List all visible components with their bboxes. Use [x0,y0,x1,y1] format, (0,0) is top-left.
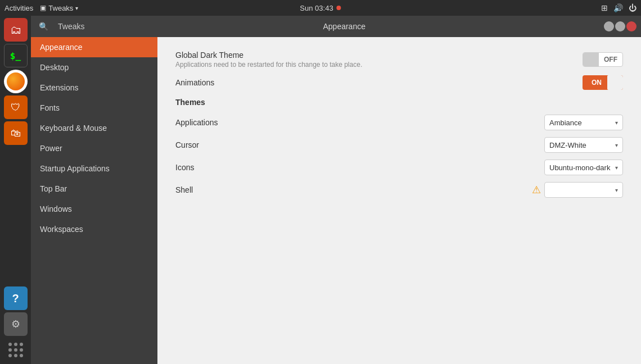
close-button[interactable]: ✕ [626,21,637,31]
maximize-button[interactable]: □ [615,21,625,31]
cursor-label: Cursor [175,140,199,149]
sidebar: Appearance Desktop Extensions Fonts Keyb… [31,37,157,364]
global-dark-theme-row: Global Dark Theme Applications need to b… [175,51,623,69]
global-dark-theme-label: Global Dark Theme [175,51,362,60]
dock-item-files[interactable]: 🗂 [4,18,28,42]
dock-item-updater[interactable]: 🛡 [4,95,28,119]
toggle-on-track [607,75,623,90]
sidebar-item-fonts[interactable]: Fonts [31,98,157,118]
system-time: Sun 03:43 [300,4,341,12]
sidebar-item-label: Fonts [40,103,60,112]
animations-toggle[interactable]: ON [583,75,623,90]
show-apps-button[interactable] [4,338,28,362]
applications-label: Applications [175,118,218,127]
sidebar-item-label: Appearance [40,43,83,52]
sidebar-item-workspaces[interactable]: Workspaces [31,219,157,239]
software-center-icon: 🛍 [11,128,21,139]
shell-row: Shell ⚠ ▾ [175,182,623,198]
animations-label: Animations [175,78,214,87]
icons-row: Icons Ubuntu-mono-dark ▾ [175,160,623,175]
app-window: 🗂 $_ 🛡 🛍 ? ⚙ [0,16,641,364]
icons-dropdown-value: Ubuntu-mono-dark [549,163,610,172]
sidebar-item-extensions[interactable]: Extensions [31,78,157,98]
displays-icon[interactable]: ⊞ [601,3,608,12]
dock-item-terminal[interactable]: $_ [4,44,28,67]
dock-item-help[interactable]: ? [4,286,28,310]
window-controls: − □ ✕ [604,21,637,31]
icons-dropdown[interactable]: Ubuntu-mono-dark ▾ [544,160,623,175]
apps-grid-icon [8,343,23,357]
dock-item-firefox[interactable] [4,70,28,93]
tweaks-menu-label: Tweaks [48,4,73,12]
settings-icon: ⚙ [11,318,20,330]
power-icon[interactable]: ⏻ [629,3,637,12]
sidebar-item-label: Desktop [40,63,69,72]
sidebar-item-startup-applications[interactable]: Startup Applications [31,158,157,179]
applications-dropdown-value: Ambiance [549,119,582,127]
sidebar-item-label: Windows [40,204,72,213]
shell-dropdown-arrow: ▾ [615,187,618,193]
main-panel: Global Dark Theme Applications need to b… [157,37,641,364]
dock-item-settings[interactable]: ⚙ [4,312,28,336]
shell-dropdown[interactable]: ▾ [544,182,623,198]
sidebar-item-desktop[interactable]: Desktop [31,57,157,78]
updater-icon: 🛡 [11,102,21,113]
sidebar-item-label: Extensions [40,83,78,92]
applications-dropdown[interactable]: Ambiance ▾ [544,115,623,130]
global-dark-theme-toggle[interactable]: OFF [583,52,623,67]
tweaks-menu-icon: ▣ [40,4,46,12]
cursor-dropdown[interactable]: DMZ-White ▾ [544,137,623,153]
volume-icon[interactable]: 🔊 [613,3,623,12]
activities-button[interactable]: Activities [4,4,33,12]
files-icon: 🗂 [10,24,21,37]
icons-dropdown-arrow: ▾ [615,165,618,171]
system-tray: ⊞ 🔊 ⏻ [601,3,637,12]
cursor-dropdown-value: DMZ-White [549,141,586,149]
shell-right: ⚠ ▾ [532,182,623,198]
recording-indicator [337,6,341,10]
cursor-dropdown-arrow: ▾ [615,142,618,148]
themes-section-header: Themes [175,98,623,107]
sidebar-item-power[interactable]: Power [31,138,157,158]
toggle-off-label: OFF [599,56,622,63]
sidebar-item-appearance[interactable]: Appearance [31,37,157,57]
cursor-row: Cursor DMZ-White ▾ [175,137,623,153]
terminal-icon: $_ [10,51,21,61]
sidebar-item-label: Workspaces [40,225,83,234]
sidebar-item-label: Power [40,144,62,153]
minimize-button[interactable]: − [604,21,614,31]
global-dark-theme-info: Global Dark Theme Applications need to b… [175,51,362,69]
sidebar-item-label: Keyboard & Mouse [40,124,107,133]
firefox-icon [7,72,25,90]
shell-warning-icon: ⚠ [532,184,541,196]
system-bar: Activities ▣ Tweaks ▾ Sun 03:43 ⊞ 🔊 ⏻ [0,0,641,16]
applications-dropdown-arrow: ▾ [615,120,618,126]
title-bar: 🔍 Tweaks Appearance − □ ✕ [31,16,641,37]
icons-label: Icons [175,163,194,172]
sidebar-item-label: Top Bar [40,184,67,193]
search-icon: 🔍 [39,22,48,31]
global-dark-theme-sublabel: Applications need to be restarted for th… [175,61,362,69]
animations-row: Animations ON [175,75,623,90]
tweaks-dropdown-arrow: ▾ [75,5,78,11]
content-area: Appearance Desktop Extensions Fonts Keyb… [31,37,641,364]
dock: 🗂 $_ 🛡 🛍 ? ⚙ [0,16,31,364]
toggle-on-label: ON [583,79,607,87]
tweaks-menu[interactable]: ▣ Tweaks ▾ [40,4,78,12]
sidebar-item-top-bar[interactable]: Top Bar [31,179,157,199]
sidebar-item-label: Startup Applications [40,164,110,173]
search-button[interactable]: 🔍 [35,19,51,34]
sidebar-item-keyboard-mouse[interactable]: Keyboard & Mouse [31,118,157,138]
window-title: Appearance [89,22,599,31]
toggle-off-track [583,53,599,66]
tweaks-app-label: Tweaks [58,22,84,31]
dock-item-software-center[interactable]: 🛍 [4,121,28,145]
help-icon: ? [12,292,19,305]
shell-label: Shell [175,185,193,194]
sidebar-item-windows[interactable]: Windows [31,199,157,219]
applications-row: Applications Ambiance ▾ [175,115,623,130]
